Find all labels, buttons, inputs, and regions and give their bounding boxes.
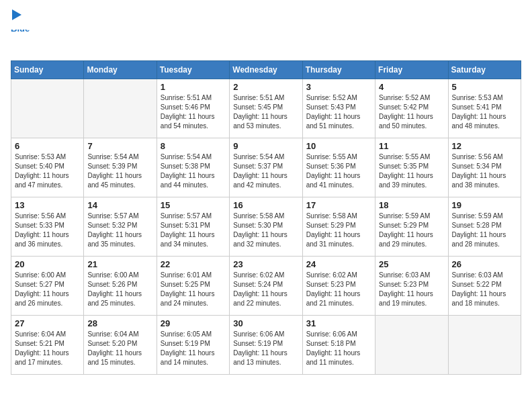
day-header-thursday: Thursday [302,61,375,79]
cell-info: Sunrise: 5:54 AM Sunset: 5:38 PM Dayligh… [161,152,226,190]
day-number: 18 [379,200,444,210]
calendar-cell: 29Sunrise: 6:05 AM Sunset: 5:19 PM Dayli… [157,316,229,375]
week-row-5: 27Sunrise: 6:04 AM Sunset: 5:21 PM Dayli… [11,316,521,375]
day-number: 13 [15,200,80,210]
cell-info: Sunrise: 5:53 AM Sunset: 5:41 PM Dayligh… [452,93,517,131]
day-number: 23 [233,259,298,269]
calendar-cell [375,316,448,375]
cell-info: Sunrise: 6:03 AM Sunset: 5:22 PM Dayligh… [452,271,517,308]
cell-info: Sunrise: 6:06 AM Sunset: 5:18 PM Dayligh… [306,330,371,367]
calendar-cell: 5Sunrise: 5:53 AM Sunset: 5:41 PM Daylig… [448,79,521,138]
day-number: 11 [379,141,444,151]
cell-info: Sunrise: 5:51 AM Sunset: 5:46 PM Dayligh… [161,93,226,131]
cell-info: Sunrise: 5:58 AM Sunset: 5:30 PM Dayligh… [233,212,298,249]
day-number: 4 [379,82,444,92]
calendar-table: SundayMondayTuesdayWednesdayThursdayFrid… [11,60,521,375]
calendar-cell: 11Sunrise: 5:55 AM Sunset: 5:35 PM Dayli… [375,138,448,197]
calendar-cell: 3Sunrise: 5:52 AM Sunset: 5:43 PM Daylig… [302,79,375,138]
cell-info: Sunrise: 6:05 AM Sunset: 5:19 PM Dayligh… [161,330,226,367]
calendar-cell: 15Sunrise: 5:57 AM Sunset: 5:31 PM Dayli… [157,197,229,257]
fixed-header [0,0,532,30]
day-number: 26 [452,259,517,269]
calendar-cell: 19Sunrise: 5:59 AM Sunset: 5:28 PM Dayli… [448,197,521,257]
cell-info: Sunrise: 6:01 AM Sunset: 5:25 PM Dayligh… [161,271,226,308]
calendar-cell: 7Sunrise: 5:54 AM Sunset: 5:39 PM Daylig… [84,138,157,197]
week-row-2: 6Sunrise: 5:53 AM Sunset: 5:40 PM Daylig… [11,138,521,197]
calendar-cell: 18Sunrise: 5:59 AM Sunset: 5:29 PM Dayli… [375,197,448,257]
day-number: 8 [161,141,226,151]
calendar-cell: 4Sunrise: 5:52 AM Sunset: 5:42 PM Daylig… [375,79,448,138]
cell-info: Sunrise: 6:03 AM Sunset: 5:23 PM Dayligh… [379,271,444,308]
day-number: 29 [161,318,226,328]
calendar-cell: 8Sunrise: 5:54 AM Sunset: 5:38 PM Daylig… [157,138,229,197]
calendar-cell: 24Sunrise: 6:02 AM Sunset: 5:23 PM Dayli… [302,257,375,316]
calendar-cell: 31Sunrise: 6:06 AM Sunset: 5:18 PM Dayli… [302,316,375,375]
day-number: 25 [379,259,444,269]
calendar-cell: 28Sunrise: 6:04 AM Sunset: 5:20 PM Dayli… [84,316,157,375]
calendar-cell: 17Sunrise: 5:58 AM Sunset: 5:29 PM Dayli… [302,197,375,257]
day-number: 10 [306,141,371,151]
day-header-sunday: Sunday [11,61,84,79]
logo-container [11,9,23,30]
day-number: 21 [87,259,152,269]
calendar-cell: 1Sunrise: 5:51 AM Sunset: 5:46 PM Daylig… [157,79,229,138]
calendar-cell [11,79,84,138]
calendar-cell: 14Sunrise: 5:57 AM Sunset: 5:32 PM Dayli… [84,197,157,257]
cell-info: Sunrise: 5:52 AM Sunset: 5:42 PM Dayligh… [379,93,444,131]
cell-info: Sunrise: 5:56 AM Sunset: 5:34 PM Dayligh… [452,152,517,190]
cell-info: Sunrise: 5:56 AM Sunset: 5:33 PM Dayligh… [15,212,80,249]
day-number: 28 [87,318,152,328]
cell-info: Sunrise: 5:51 AM Sunset: 5:45 PM Dayligh… [233,93,298,131]
cell-info: Sunrise: 5:58 AM Sunset: 5:29 PM Dayligh… [306,212,371,249]
calendar-cell: 9Sunrise: 5:54 AM Sunset: 5:37 PM Daylig… [230,138,302,197]
cell-info: Sunrise: 5:52 AM Sunset: 5:43 PM Dayligh… [306,93,371,131]
calendar-cell: 22Sunrise: 6:01 AM Sunset: 5:25 PM Dayli… [157,257,229,316]
day-number: 14 [87,200,152,210]
day-number: 31 [306,318,371,328]
cell-info: Sunrise: 6:04 AM Sunset: 5:21 PM Dayligh… [15,330,80,367]
day-header-tuesday: Tuesday [157,61,229,79]
cell-info: Sunrise: 6:00 AM Sunset: 5:27 PM Dayligh… [15,271,80,308]
day-number: 27 [15,318,80,328]
calendar-cell: 16Sunrise: 5:58 AM Sunset: 5:30 PM Dayli… [230,197,302,257]
calendar-cell: 27Sunrise: 6:04 AM Sunset: 5:21 PM Dayli… [11,316,84,375]
cell-info: Sunrise: 6:04 AM Sunset: 5:20 PM Dayligh… [87,330,152,367]
cell-info: Sunrise: 5:57 AM Sunset: 5:32 PM Dayligh… [87,212,152,249]
day-number: 17 [306,200,371,210]
calendar-cell: 21Sunrise: 6:00 AM Sunset: 5:26 PM Dayli… [84,257,157,316]
day-header-wednesday: Wednesday [230,61,302,79]
cell-info: Sunrise: 6:06 AM Sunset: 5:19 PM Dayligh… [233,330,298,367]
calendar-cell: 12Sunrise: 5:56 AM Sunset: 5:34 PM Dayli… [448,138,521,197]
calendar-cell: 20Sunrise: 6:00 AM Sunset: 5:27 PM Dayli… [11,257,84,316]
calendar-cell: 23Sunrise: 6:02 AM Sunset: 5:24 PM Dayli… [230,257,302,316]
day-header-saturday: Saturday [448,61,521,79]
day-number: 9 [233,141,298,151]
day-number: 19 [452,200,517,210]
day-number: 2 [233,82,298,92]
day-header-monday: Monday [84,61,157,79]
day-number: 5 [452,82,517,92]
cell-info: Sunrise: 6:02 AM Sunset: 5:23 PM Dayligh… [306,271,371,308]
day-number: 1 [161,82,226,92]
calendar-cell: 25Sunrise: 6:03 AM Sunset: 5:23 PM Dayli… [375,257,448,316]
logo-flag-icon [11,9,21,30]
week-row-1: 1Sunrise: 5:51 AM Sunset: 5:46 PM Daylig… [11,79,521,138]
day-number: 12 [452,141,517,151]
cell-info: Sunrise: 5:55 AM Sunset: 5:35 PM Dayligh… [379,152,444,190]
day-number: 24 [306,259,371,269]
week-row-4: 20Sunrise: 6:00 AM Sunset: 5:27 PM Dayli… [11,257,521,316]
cell-info: Sunrise: 6:00 AM Sunset: 5:26 PM Dayligh… [87,271,152,308]
calendar-cell [84,79,157,138]
day-number: 6 [15,141,80,151]
cell-info: Sunrise: 5:55 AM Sunset: 5:36 PM Dayligh… [306,152,371,190]
calendar-cell [448,316,521,375]
cell-info: Sunrise: 5:54 AM Sunset: 5:39 PM Dayligh… [87,152,152,190]
cell-info: Sunrise: 5:54 AM Sunset: 5:37 PM Dayligh… [233,152,298,190]
calendar-cell: 6Sunrise: 5:53 AM Sunset: 5:40 PM Daylig… [11,138,84,197]
calendar-cell: 26Sunrise: 6:03 AM Sunset: 5:22 PM Dayli… [448,257,521,316]
cell-info: Sunrise: 5:59 AM Sunset: 5:28 PM Dayligh… [452,212,517,249]
day-number: 16 [233,200,298,210]
cell-info: Sunrise: 5:57 AM Sunset: 5:31 PM Dayligh… [161,212,226,249]
cell-info: Sunrise: 5:59 AM Sunset: 5:29 PM Dayligh… [379,212,444,249]
week-row-3: 13Sunrise: 5:56 AM Sunset: 5:33 PM Dayli… [11,197,521,257]
